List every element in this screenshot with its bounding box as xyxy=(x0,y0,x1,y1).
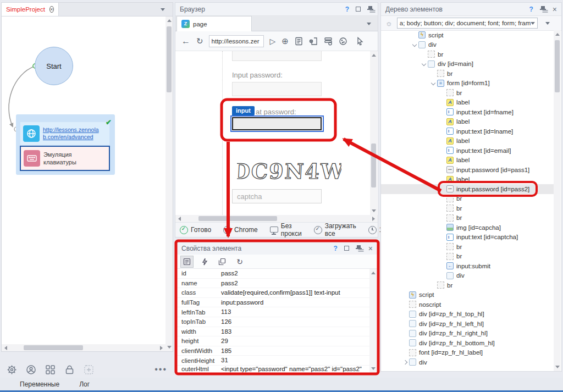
tree-node[interactable]: form [id=form1] xyxy=(381,79,554,89)
expander-icon[interactable] xyxy=(439,118,446,125)
property-row[interactable]: topInTab 126 xyxy=(177,317,371,327)
expander-icon[interactable] xyxy=(439,195,446,202)
tree-node[interactable]: input:submit xyxy=(381,261,554,271)
select-element-icon[interactable] xyxy=(356,37,364,46)
tree-node[interactable]: label xyxy=(381,98,554,108)
close-tab-icon[interactable]: × xyxy=(49,6,54,13)
canvas-vertical-scrollbar[interactable] xyxy=(165,16,173,351)
property-row[interactable]: height 29 xyxy=(177,336,371,346)
repeat-password-input[interactable] xyxy=(232,117,322,130)
refresh-icon[interactable]: ↻ xyxy=(233,256,246,268)
property-row[interactable]: class validate[required,confirm[pass1]] … xyxy=(177,288,371,298)
expander-icon[interactable] xyxy=(439,156,446,164)
action-goto-url[interactable]: http://lessons.zennola b.com/en/advanced… xyxy=(20,122,109,145)
goto-url-link[interactable]: http://lessons.zennola b.com/en/advanced xyxy=(43,126,99,141)
tree-node[interactable]: div xyxy=(381,357,554,367)
highlight-icon[interactable]: ☼ xyxy=(385,19,393,27)
dom-tools-icon[interactable] xyxy=(309,37,318,46)
tree-node[interactable]: br xyxy=(381,49,554,59)
tree-node[interactable]: label xyxy=(381,136,554,146)
expander-icon[interactable] xyxy=(439,252,446,260)
tree-node[interactable]: br xyxy=(381,69,554,79)
add-tab-icon[interactable]: ⊕ xyxy=(282,37,289,45)
tab-variables[interactable]: Переменные xyxy=(20,380,59,388)
tree-node[interactable]: br xyxy=(381,194,554,204)
tabs-dropdown-icon[interactable] xyxy=(161,8,165,11)
profile-icon[interactable] xyxy=(26,365,36,375)
property-row[interactable]: leftInTab 113 xyxy=(177,307,371,317)
tab-log[interactable]: Лог xyxy=(79,380,90,388)
expander-icon[interactable] xyxy=(429,281,437,289)
tree-node[interactable]: noscript xyxy=(381,300,554,310)
tree-node[interactable]: br xyxy=(381,242,554,252)
tree-node[interactable]: script xyxy=(381,30,554,40)
tree-node[interactable]: input:text [id=lname] xyxy=(381,126,554,136)
expander-icon[interactable] xyxy=(401,291,409,299)
expander-icon[interactable] xyxy=(401,358,409,366)
expander-icon[interactable] xyxy=(439,272,446,279)
tree-node[interactable]: label xyxy=(381,175,554,185)
property-row[interactable]: clientWidth 185 xyxy=(177,346,371,356)
tree-node[interactable]: br xyxy=(381,213,554,223)
tag-filter-dropdown[interactable]: a; body; button; div; document; font; fo… xyxy=(397,18,538,29)
refresh-icon[interactable]: ↻ xyxy=(196,37,203,45)
tree-node[interactable]: img [id=capcha] xyxy=(381,223,554,233)
tree-node[interactable]: br xyxy=(381,88,554,98)
pin-icon[interactable] xyxy=(540,6,546,13)
expander-icon[interactable] xyxy=(439,128,446,135)
tree-node[interactable]: input:password [id=pass2] xyxy=(381,184,554,194)
tree-node[interactable]: div [id=zp_fr_hl_left_hl] xyxy=(381,319,554,329)
expander-icon[interactable] xyxy=(439,205,446,212)
property-row[interactable]: name pass2 xyxy=(177,279,371,289)
tree-node[interactable]: label xyxy=(381,117,554,127)
tree-node[interactable]: br xyxy=(381,280,554,290)
close-icon[interactable]: × xyxy=(368,245,373,252)
expander-icon[interactable] xyxy=(401,310,409,318)
tree-node[interactable]: br xyxy=(381,203,554,213)
property-row[interactable]: clientHeight 31 xyxy=(177,356,371,366)
expander-icon[interactable] xyxy=(439,166,446,174)
flowchart-canvas[interactable]: Start http://lessons.zennola b.com/en/ad… xyxy=(1,16,173,352)
grid-apps-icon[interactable] xyxy=(45,365,56,375)
help-icon[interactable]: ? xyxy=(529,5,533,13)
tree-node[interactable]: label xyxy=(381,156,554,165)
maximize-icon[interactable] xyxy=(356,7,361,12)
expander-icon[interactable] xyxy=(439,98,446,106)
expander-icon[interactable] xyxy=(439,108,446,116)
expander-icon[interactable] xyxy=(401,320,409,328)
tree-node[interactable]: div [id=zp_fr_hl_top_hl] xyxy=(381,310,554,319)
expander-icon[interactable] xyxy=(439,224,446,231)
expander-icon[interactable] xyxy=(420,60,428,68)
expander-icon[interactable] xyxy=(401,339,409,347)
action-group[interactable]: http://lessons.zennola b.com/en/advanced… xyxy=(16,114,115,175)
status-item[interactable]: Chrome xyxy=(223,226,258,234)
tree-node[interactable]: br xyxy=(381,252,554,262)
browser-horizontal-scrollbar[interactable] xyxy=(175,215,378,222)
panel-dropdown-icon[interactable] xyxy=(545,22,550,25)
cookies-icon[interactable] xyxy=(339,37,347,46)
close-icon[interactable]: × xyxy=(553,5,557,13)
expander-icon[interactable] xyxy=(429,70,437,78)
tree-node[interactable]: div [id=zp_fr_hl_bottom_hl] xyxy=(381,338,554,348)
expander-icon[interactable] xyxy=(439,185,446,193)
expander-icon[interactable] xyxy=(401,349,409,356)
tree-node[interactable]: font [id=zp_fr_hl_label] xyxy=(381,348,554,358)
pin-icon[interactable] xyxy=(356,245,362,252)
expander-icon[interactable] xyxy=(439,175,446,183)
back-icon[interactable]: ← xyxy=(181,37,190,46)
start-node[interactable]: Start xyxy=(35,47,73,85)
tab-simpleproject[interactable]: SimpleProject × xyxy=(2,3,59,16)
tree-node[interactable]: div [id=main] xyxy=(381,59,554,69)
expander-icon[interactable] xyxy=(439,262,446,270)
tree-node[interactable]: input:text [id=captcha] xyxy=(381,233,554,242)
more-icon[interactable]: ••• xyxy=(154,365,172,374)
expander-icon[interactable] xyxy=(439,233,446,241)
expander-icon[interactable] xyxy=(420,51,428,58)
property-row[interactable]: id pass2 xyxy=(177,269,371,279)
password-input[interactable] xyxy=(232,82,322,96)
properties-vertical-scrollbar[interactable] xyxy=(369,269,377,373)
expander-icon[interactable] xyxy=(439,89,446,97)
tree-node[interactable]: script xyxy=(381,290,554,300)
expander-icon[interactable] xyxy=(439,137,446,145)
help-icon[interactable]: ? xyxy=(345,5,349,13)
